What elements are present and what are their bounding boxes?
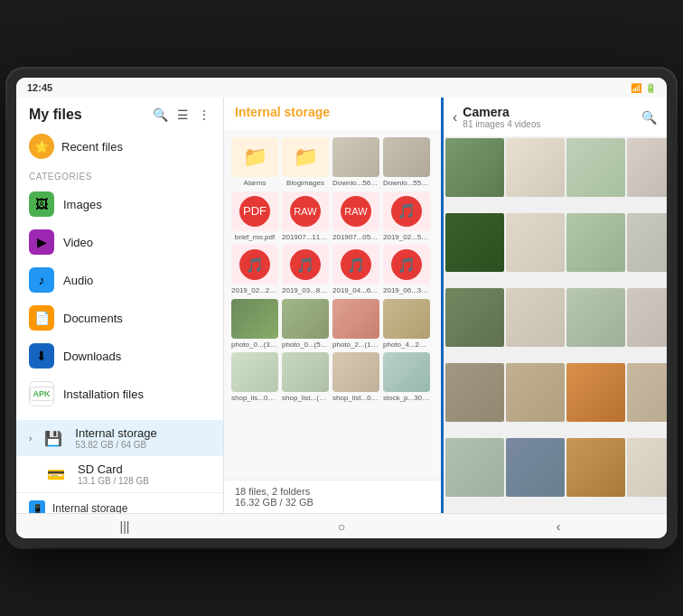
nav-item-audio[interactable]: ♪ Audio	[16, 261, 223, 299]
file-item-mp3-1[interactable]: 🎵 2019_02...5.mp3	[383, 191, 430, 242]
tablet-outer: 12:45 📶 🔋 My files 🔍 ☰ ⋮ ⭐	[7, 69, 676, 547]
photo-cell-15[interactable]	[566, 363, 625, 422]
file-item-mp3-5[interactable]: 🎵 2019_06...3.mp3	[383, 245, 430, 295]
shop3-thumb	[332, 352, 379, 392]
documents-icon: 📄	[29, 305, 54, 331]
nav-item-documents[interactable]: 📄 Documents	[16, 299, 223, 337]
photo-cell-16[interactable]	[627, 363, 667, 422]
file-item-raw05[interactable]: RAW 201907...05.raw	[332, 191, 379, 242]
search-icon[interactable]: 🔍	[153, 107, 168, 122]
raw05-name: 201907...05.raw	[332, 233, 379, 242]
file-item-blogimages[interactable]: 📁 Blogimages	[282, 137, 329, 188]
nav-item-video[interactable]: ▶ Video	[16, 223, 223, 261]
mp3-2-name: 2019_02...2.mp3	[231, 286, 278, 295]
file-item-stock[interactable]: stock_p...30.png	[383, 352, 430, 403]
nav-home-button[interactable]: ○	[329, 514, 354, 539]
file-item-photo3[interactable]: photo_2...(1).jpg	[332, 299, 379, 350]
images-icon: 🖼	[29, 191, 54, 217]
storage-item-sdcard[interactable]: 💳 SD Card 13.1 GB / 128 GB	[16, 456, 223, 492]
dl56-name: Downlo...56.png	[332, 179, 379, 188]
file-item-shop2[interactable]: shop_list...(3).jpg	[282, 352, 329, 403]
categories-label: Categories	[16, 164, 223, 185]
sdcard-info: SD Card 13.1 GB / 128 GB	[78, 462, 211, 486]
photo-cell-6[interactable]	[506, 213, 565, 272]
audio-icon: ♪	[29, 267, 54, 293]
camera-count: 81 images 4 videos	[463, 119, 540, 129]
bottom-status: 📱 Internal storage 18 files, 2 folders 1…	[16, 492, 223, 513]
time-display: 12:45	[27, 82, 52, 93]
photo-cell-9[interactable]	[445, 288, 504, 347]
status-bar: 12:45 📶 🔋	[16, 78, 667, 98]
nav-back-button[interactable]: |||	[112, 514, 137, 539]
file-item-alarms[interactable]: 📁 Alarms	[231, 137, 278, 188]
file-item-photo4[interactable]: photo_4...28.jpg	[383, 299, 430, 350]
nav-item-downloads[interactable]: ⬇ Downloads	[16, 337, 223, 375]
nav-item-images[interactable]: 🖼 Images	[16, 185, 223, 223]
file-item-shop3[interactable]: shop_list...04.jpg	[332, 352, 379, 403]
photo-cell-12[interactable]	[627, 288, 667, 347]
photo-cell-11[interactable]	[566, 288, 625, 347]
list-icon[interactable]: ☰	[177, 107, 189, 122]
camera-back-icon[interactable]: ‹	[453, 109, 457, 126]
photo-cell-18[interactable]	[506, 438, 565, 497]
photo-cell-10[interactable]	[506, 288, 565, 347]
photo-cell-20[interactable]	[627, 438, 667, 497]
apk-icon: APK	[29, 381, 54, 406]
mp3-3-name: 2019_03...8.mp3	[282, 286, 329, 295]
file-item-dl55[interactable]: Downlo...55.png	[383, 137, 430, 188]
photo3-thumb	[332, 299, 379, 339]
photo-cell-3[interactable]	[566, 138, 625, 197]
photo-cell-14[interactable]	[506, 363, 565, 422]
dl55-thumb	[383, 137, 430, 177]
internal-storage-name: Internal storage	[75, 426, 211, 440]
file-item-pdf[interactable]: PDF brief_mo.pdf	[231, 191, 278, 242]
photo-cell-4[interactable]	[627, 138, 667, 197]
nav-item-installation[interactable]: APK Installation files	[16, 375, 223, 413]
storage-panel-title: Internal storage	[235, 105, 430, 119]
photo-cell-19[interactable]	[566, 438, 625, 497]
more-icon[interactable]: ⋮	[198, 107, 211, 122]
file-item-mp3-2[interactable]: 🎵 2019_02...2.mp3	[231, 245, 278, 295]
shop1-name: shop_lis...02.jpg	[231, 394, 278, 403]
video-label: Video	[63, 236, 93, 249]
shop2-thumb	[282, 352, 329, 392]
file-item-photo2[interactable]: photo_0...(5).jpg	[282, 299, 329, 350]
nav-recent-icon: ‹	[557, 519, 561, 534]
photo2-name: photo_0...(5).jpg	[282, 341, 329, 350]
mp3-4-thumb: 🎵	[332, 245, 379, 285]
camera-search-icon[interactable]: 🔍	[641, 110, 657, 125]
storage-item-internal[interactable]: › 💾 Internal storage 53.82 GB / 64 GB	[16, 420, 223, 456]
shop1-thumb	[231, 352, 278, 392]
photo-cell-17[interactable]	[445, 438, 504, 497]
pdf-name: brief_mo.pdf	[235, 233, 275, 242]
file-item-mp3-4[interactable]: 🎵 2019_04...6.mp3	[332, 245, 379, 295]
photo-cell-1[interactable]	[445, 138, 504, 197]
alarms-thumb: 📁	[231, 137, 278, 177]
file-item-photo1[interactable]: photo_0...(3).jpg	[231, 299, 278, 350]
mp3-5-name: 2019_06...3.mp3	[383, 286, 430, 295]
raw11-thumb: RAW	[282, 191, 329, 231]
photo-cell-5[interactable]	[445, 213, 504, 272]
photo-cell-8[interactable]	[627, 213, 667, 272]
downloads-icon: ⬇	[29, 343, 54, 369]
bottom-storage-name: Internal storage	[52, 502, 127, 513]
main-area: My files 🔍 ☰ ⋮ ⭐ Recent files Categories…	[16, 98, 667, 513]
tablet-screen: 12:45 📶 🔋 My files 🔍 ☰ ⋮ ⭐	[16, 78, 667, 538]
installation-label: Installation files	[63, 387, 144, 401]
stock-name: stock_p...30.png	[383, 394, 430, 403]
file-item-shop1[interactable]: shop_lis...02.jpg	[231, 352, 278, 403]
file-item-dl56[interactable]: Downlo...56.png	[332, 137, 379, 188]
mp3-4-name: 2019_04...6.mp3	[332, 286, 379, 295]
file-item-mp3-3[interactable]: 🎵 2019_03...8.mp3	[282, 245, 329, 295]
photo-cell-2[interactable]	[506, 138, 565, 197]
bottom-storage-label: 📱 Internal storage	[29, 500, 211, 513]
dl56-thumb	[332, 137, 379, 177]
camera-more-icon[interactable]: ⋮	[666, 110, 667, 125]
nav-recent-button[interactable]: ‹	[546, 514, 571, 539]
file-item-raw11[interactable]: RAW 201907...11.raw	[282, 191, 329, 242]
documents-label: Documents	[63, 312, 123, 325]
photo-cell-13[interactable]	[445, 363, 504, 422]
recent-files-section[interactable]: ⭐ Recent files	[16, 128, 223, 164]
camera-title-block: Camera 81 images 4 videos	[463, 105, 540, 129]
photo-cell-7[interactable]	[566, 213, 625, 272]
